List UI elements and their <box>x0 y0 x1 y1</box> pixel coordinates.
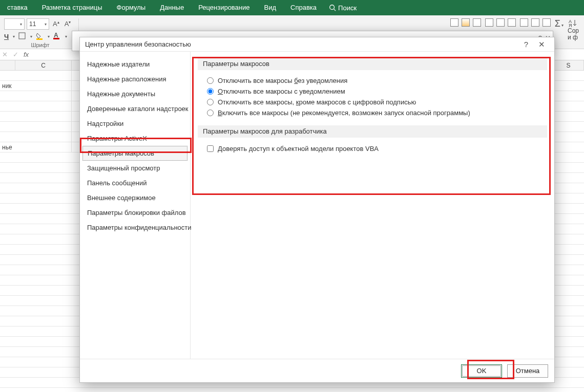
sort-label1: Сор <box>568 27 579 34</box>
cell-style-icons[interactable] <box>520 18 551 27</box>
ribbon-search-label: Поиск <box>338 4 357 12</box>
border-icon[interactable] <box>18 32 26 41</box>
svg-rect-2 <box>19 33 25 39</box>
table-style-icons[interactable] <box>485 18 516 27</box>
ribbon-tab[interactable]: Данные <box>153 0 191 15</box>
underline-button[interactable]: Ч <box>4 33 9 40</box>
nav-trusted-publishers[interactable]: Надежные издатели <box>80 57 190 72</box>
cond-format-icons[interactable] <box>450 18 481 27</box>
col-header-c[interactable]: C <box>15 60 72 70</box>
macro-radio-0[interactable]: Отключить все макросы без уведомления <box>198 75 547 86</box>
ribbon-tab[interactable]: Справка <box>283 0 324 15</box>
ribbon-tabs: ставка Разметка страницы Формулы Данные … <box>0 0 584 15</box>
macro-radio-input-3[interactable] <box>207 110 214 116</box>
font-name-dropdown[interactable]: ▾ <box>4 18 25 30</box>
ribbon-tab[interactable]: ставка <box>0 0 35 15</box>
sort-icon: AЯ <box>568 18 578 28</box>
sigma-icon[interactable]: Σ▾ <box>555 18 564 29</box>
ribbon-search[interactable]: Поиск <box>324 4 362 12</box>
svg-point-0 <box>330 5 335 10</box>
macro-radio-label-1: Отключить все макросы с уведомлением <box>218 88 345 95</box>
macro-radio-input-1[interactable] <box>207 88 214 95</box>
search-icon <box>329 4 336 11</box>
nav-activex[interactable]: Параметры ActiveX <box>80 131 190 146</box>
cell[interactable]: ник <box>0 81 72 91</box>
nav-external-content[interactable]: Внешнее содержимое <box>80 190 190 205</box>
ribbon-tab[interactable]: Вид <box>257 0 284 15</box>
section-dev-macro: Параметры макросов для разработчика <box>198 125 547 138</box>
grow-font-icon[interactable]: A▴ <box>51 20 61 28</box>
font-group: ▾ 11▾ A▴ A▾ Ч▾ ▾ ▾ A▾ Шрифт <box>2 18 79 49</box>
trust-vba-checkbox[interactable] <box>207 145 214 152</box>
nav-protected-view[interactable]: Защищенный просмотр <box>80 161 190 176</box>
section-macro-settings: Параметры макросов <box>198 58 547 70</box>
fx-label[interactable]: fx <box>24 51 29 58</box>
macro-radio-label-3: Включить все макросы (не рекомендуется, … <box>218 109 470 117</box>
svg-rect-5 <box>53 38 59 39</box>
svg-rect-3 <box>36 38 43 40</box>
ok-button[interactable]: OK <box>461 364 502 378</box>
ribbon-tab[interactable]: Разметка страницы <box>35 0 110 15</box>
dialog-footer: OK Отмена <box>80 359 554 382</box>
font-group-label: Шрифт <box>2 42 78 48</box>
dialog-help-button[interactable]: ? <box>518 40 534 49</box>
macro-radio-1[interactable]: Отключить все макросы с уведомлением <box>198 86 547 97</box>
macro-radio-2[interactable]: Отключить все макросы, кроме макросов с … <box>198 97 547 107</box>
dialog-nav: Надежные издатели Надежные расположения … <box>80 52 191 359</box>
svg-line-1 <box>334 9 336 11</box>
font-size-dropdown[interactable]: 11▾ <box>27 18 49 30</box>
dialog-title: Центр управления безопасностью <box>85 40 191 48</box>
macro-radio-label-0: Отключить все макросы без уведомления <box>218 77 347 84</box>
nav-trusted-catalogs[interactable]: Доверенные каталоги надстроек <box>80 101 190 116</box>
nav-addins[interactable]: Надстройки <box>80 116 190 131</box>
nav-macro-settings[interactable]: Параметры макросов <box>82 146 187 161</box>
trust-vba-label: Доверять доступ к объектной модели проек… <box>218 145 379 153</box>
dialog-close-button[interactable]: ✕ <box>534 40 549 49</box>
cell[interactable]: нье <box>0 142 72 152</box>
trust-center-dialog: Центр управления безопасностью ? ✕ Надеж… <box>79 37 555 383</box>
svg-text:A: A <box>54 32 58 39</box>
fb-check[interactable]: ✓ <box>13 51 18 58</box>
col-header-s[interactable]: S <box>553 60 584 70</box>
font-size-value: 11 <box>29 20 36 28</box>
nav-trusted-documents[interactable]: Надежные документы <box>80 86 190 101</box>
macro-radio-label-2: Отключить все макросы, кроме макросов с … <box>218 98 416 106</box>
macro-radio-input-2[interactable] <box>207 99 214 105</box>
dialog-content: Параметры макросов Отключить все макросы… <box>191 52 554 359</box>
nav-trusted-locations[interactable]: Надежные расположения <box>80 72 190 86</box>
shrink-font-icon[interactable]: A▾ <box>63 20 73 28</box>
macro-radio-input-0[interactable] <box>207 77 214 84</box>
font-color-icon[interactable]: A <box>53 32 61 41</box>
ribbon-tab[interactable]: Рецензирование <box>191 0 257 15</box>
dialog-titlebar: Центр управления безопасностью ? ✕ <box>80 37 554 52</box>
cancel-button[interactable]: Отмена <box>507 364 548 378</box>
nav-privacy[interactable]: Параметры конфиденциальности <box>80 220 190 235</box>
nav-file-block[interactable]: Параметры блокировки файлов <box>80 205 190 220</box>
fb-cancel[interactable]: ✕ <box>2 51 8 58</box>
sort-filter[interactable]: AЯ Сори ф <box>568 18 579 41</box>
macro-radio-3[interactable]: Включить все макросы (не рекомендуется, … <box>198 107 547 118</box>
sort-label2: и ф <box>568 34 578 41</box>
ribbon-tab[interactable]: Формулы <box>110 0 153 15</box>
nav-message-bar[interactable]: Панель сообщений <box>80 176 190 190</box>
fill-color-icon[interactable] <box>35 32 44 41</box>
